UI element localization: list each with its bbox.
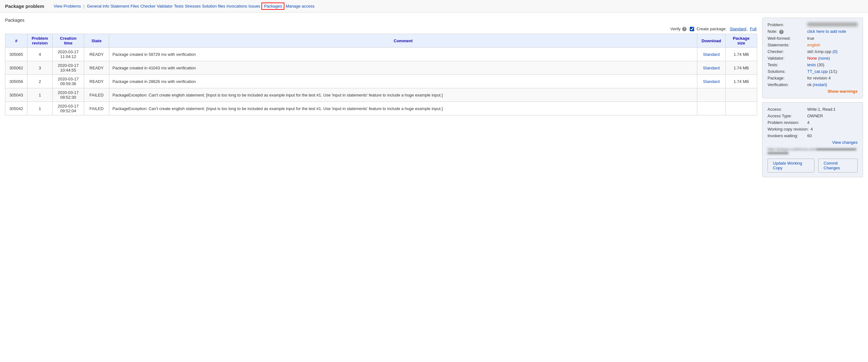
cell-time: 2020-03-17 09:52:04 bbox=[53, 102, 84, 115]
invokers-label: Invokers waiting: bbox=[768, 133, 805, 138]
url-blurred: https://polygon.codeforces.com/■■■■■■■■■… bbox=[768, 147, 856, 155]
cell-time: 2020-03-17 09:59:36 bbox=[53, 75, 84, 88]
checker-link[interactable]: (0) bbox=[832, 49, 837, 54]
cell-download[interactable]: Standard bbox=[697, 48, 726, 61]
cell-download[interactable]: Standard bbox=[697, 61, 726, 75]
create-standard-link[interactable]: Standard bbox=[730, 27, 746, 31]
commit-changes-button[interactable]: Commit Changes bbox=[818, 159, 858, 172]
download-link[interactable]: Standard bbox=[703, 65, 720, 70]
create-package-label: Create package: bbox=[697, 27, 726, 31]
nav-tests[interactable]: Tests bbox=[174, 4, 183, 8]
note-add-link[interactable]: click here to add note bbox=[807, 29, 846, 34]
validator-none-link2[interactable]: (none) bbox=[818, 56, 830, 60]
note-label: Note: ? bbox=[768, 29, 805, 34]
validator-label: Validator: bbox=[768, 56, 805, 60]
main-container: Packages Verify ?: Create package: Stand… bbox=[0, 12, 868, 186]
cell-state: FAILED bbox=[84, 88, 109, 102]
nav-stresses[interactable]: Stresses bbox=[185, 4, 201, 8]
th-id: # bbox=[5, 34, 27, 48]
view-changes-link[interactable]: View changes bbox=[832, 140, 858, 145]
sidebar-statements-row: Statements: english bbox=[768, 43, 858, 47]
table-row: 305042 1 2020-03-17 09:52:04 FAILED Pack… bbox=[5, 102, 757, 115]
statements-value: english bbox=[807, 43, 820, 47]
nav-files[interactable]: Files bbox=[130, 4, 139, 8]
cell-size: 1.74 MB bbox=[726, 48, 757, 61]
nav-statement[interactable]: Statement bbox=[111, 4, 129, 8]
table-row: 305062 3 2020-03-17 10:44:55 READY Packa… bbox=[5, 61, 757, 75]
wellformed-value: true bbox=[807, 36, 814, 41]
cell-id: 305065 bbox=[5, 48, 27, 61]
download-link[interactable]: Standard bbox=[703, 52, 720, 57]
table-body: 305065 4 2020-03-17 11:04:12 READY Packa… bbox=[5, 48, 757, 115]
tests-label: Tests: bbox=[768, 62, 805, 67]
solutions-count: (1/1) bbox=[829, 69, 837, 74]
tests-value: tests (30) bbox=[807, 62, 824, 67]
cell-revision: 4 bbox=[27, 48, 53, 61]
nav-validator[interactable]: Validator bbox=[157, 4, 173, 8]
th-download: Download bbox=[697, 34, 726, 48]
verification-label: Verification: bbox=[768, 82, 805, 87]
cell-revision: 3 bbox=[27, 61, 53, 75]
sidebar-problem-revision-row: Problem revision: 4 bbox=[768, 120, 858, 125]
problem-revision-label: Problem revision: bbox=[768, 120, 805, 125]
th-comment: Comment bbox=[109, 34, 697, 48]
nav-solution-files[interactable]: Solution files bbox=[202, 4, 225, 8]
access-type-value: OWNER bbox=[807, 113, 823, 118]
th-state: State bbox=[84, 34, 109, 48]
sidebar-package-row: Package: for revision 4 bbox=[768, 76, 858, 80]
packages-table: # Problem revision Creation time State C… bbox=[5, 34, 757, 115]
solutions-value: TT_cat.cpp (1/1) bbox=[807, 69, 837, 74]
sidebar-checker-row: Checker: std::lcmp.cpp (0) bbox=[768, 49, 858, 54]
checker-label: Checker: bbox=[768, 49, 805, 54]
problem-label: Problem: bbox=[768, 22, 805, 27]
sidebar-info-card: Problem: Note: ? click here to add note … bbox=[762, 18, 863, 99]
checker-text: std::lcmp.cpp bbox=[807, 49, 832, 54]
solutions-link[interactable]: TT_cat.cpp bbox=[807, 69, 828, 74]
cell-id: 305062 bbox=[5, 61, 27, 75]
cell-state: READY bbox=[84, 48, 109, 61]
sidebar-access-type-row: Access Type: OWNER bbox=[768, 113, 858, 118]
validator-none-link[interactable]: None bbox=[807, 56, 817, 60]
sidebar-note-row: Note: ? click here to add note bbox=[768, 29, 858, 34]
nav-general-info[interactable]: General info bbox=[87, 4, 109, 8]
section-title: Packages bbox=[5, 18, 757, 23]
cell-time: 2020-03-17 11:04:12 bbox=[53, 48, 84, 61]
cell-time: 2020-03-17 09:52:30 bbox=[53, 88, 84, 102]
cell-id: 305042 bbox=[5, 102, 27, 115]
th-package-size: Package size bbox=[726, 34, 757, 48]
create-package-links: Standard, Full bbox=[729, 27, 757, 31]
nav-checker[interactable]: Checker bbox=[141, 4, 156, 8]
sidebar-working-copy-row: Working copy revision: 4 bbox=[768, 127, 858, 132]
nav-issues[interactable]: Issues bbox=[248, 4, 260, 8]
show-warnings-link[interactable]: Show warnings bbox=[768, 89, 858, 94]
app-title: Package problem bbox=[5, 3, 44, 9]
download-link[interactable]: Standard bbox=[703, 79, 720, 84]
create-full-link[interactable]: Full bbox=[750, 27, 756, 31]
note-help-icon[interactable]: ? bbox=[779, 30, 784, 34]
verification-restart-link[interactable]: (restart) bbox=[812, 82, 827, 87]
verification-text: ok bbox=[807, 82, 812, 87]
cell-state: READY bbox=[84, 61, 109, 75]
th-creation-time: Creation time bbox=[53, 34, 84, 48]
cell-comment: Package created in 58729 ms with verific… bbox=[109, 48, 697, 61]
validator-value: None (none) bbox=[807, 56, 830, 60]
wellformed-label: Well-formed: bbox=[768, 36, 805, 41]
sidebar-access-card: Access: Write:1, Read:1 Access Type: OWN… bbox=[762, 102, 863, 177]
tests-link[interactable]: tests bbox=[807, 62, 816, 67]
nav-view-problems[interactable]: View Problems bbox=[54, 4, 81, 8]
table-row: 305065 4 2020-03-17 11:04:12 READY Packa… bbox=[5, 48, 757, 61]
nav-manage-access[interactable]: Manage access bbox=[286, 4, 314, 8]
verify-help-icon[interactable]: ? bbox=[682, 27, 687, 31]
nav-packages[interactable]: Packages bbox=[261, 2, 284, 10]
cell-size: 1.74 MB bbox=[726, 75, 757, 88]
note-value: click here to add note bbox=[807, 29, 846, 34]
cell-download[interactable]: Standard bbox=[697, 75, 726, 88]
nav-invocations[interactable]: Invocations bbox=[226, 4, 247, 8]
problem-revision-value: 4 bbox=[807, 120, 809, 125]
update-working-copy-button[interactable]: Update Working Copy bbox=[768, 159, 814, 172]
verify-checkbox[interactable] bbox=[690, 27, 694, 31]
solutions-label: Solutions: bbox=[768, 69, 805, 74]
package-value: for revision 4 bbox=[807, 76, 831, 80]
sidebar-actions: Update Working Copy Commit Changes bbox=[768, 159, 858, 172]
statements-link[interactable]: english bbox=[807, 43, 820, 47]
